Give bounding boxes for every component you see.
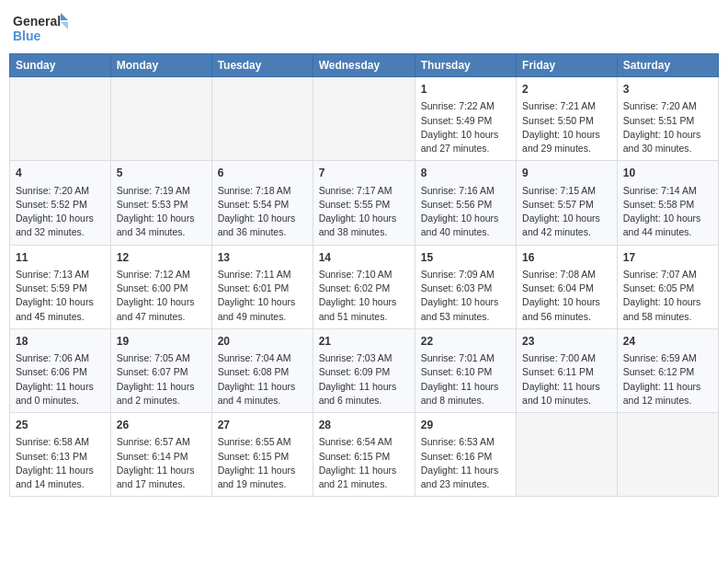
day-info: Sunrise: 7:13 AM Sunset: 5:59 PM Dayligh… — [16, 268, 105, 324]
calendar-header: SundayMondayTuesdayWednesdayThursdayFrid… — [10, 54, 719, 77]
day-cell — [517, 413, 618, 497]
day-cell: 24Sunrise: 6:59 AM Sunset: 6:12 PM Dayli… — [617, 328, 718, 412]
day-cell: 26Sunrise: 6:57 AM Sunset: 6:14 PM Dayli… — [110, 413, 211, 497]
svg-text:General: General — [13, 14, 61, 29]
day-number: 18 — [16, 334, 105, 350]
header-cell-wednesday: Wednesday — [313, 54, 415, 77]
day-info: Sunrise: 7:04 AM Sunset: 6:08 PM Dayligh… — [218, 351, 307, 408]
day-number: 27 — [218, 418, 307, 433]
day-cell — [10, 77, 111, 161]
day-number: 10 — [623, 166, 712, 181]
header-cell-thursday: Thursday — [415, 54, 516, 77]
day-number: 6 — [218, 166, 307, 181]
day-number: 13 — [218, 250, 307, 266]
day-number: 3 — [623, 82, 712, 98]
day-info: Sunrise: 7:01 AM Sunset: 6:10 PM Dayligh… — [421, 351, 510, 408]
day-number: 19 — [117, 334, 206, 350]
day-info: Sunrise: 7:07 AM Sunset: 6:05 PM Dayligh… — [623, 268, 712, 324]
day-number: 26 — [117, 418, 206, 433]
day-cell: 20Sunrise: 7:04 AM Sunset: 6:08 PM Dayli… — [211, 328, 313, 412]
day-cell: 8Sunrise: 7:16 AM Sunset: 5:56 PM Daylig… — [415, 161, 516, 245]
day-cell: 22Sunrise: 7:01 AM Sunset: 6:10 PM Dayli… — [415, 328, 516, 412]
day-number: 4 — [16, 166, 105, 181]
day-info: Sunrise: 7:14 AM Sunset: 5:58 PM Dayligh… — [623, 184, 712, 240]
header-cell-saturday: Saturday — [617, 54, 718, 77]
header-cell-tuesday: Tuesday — [211, 54, 313, 77]
day-info: Sunrise: 7:09 AM Sunset: 6:03 PM Dayligh… — [421, 268, 510, 324]
week-row-4: 18Sunrise: 7:06 AM Sunset: 6:06 PM Dayli… — [10, 328, 719, 412]
day-cell: 7Sunrise: 7:17 AM Sunset: 5:55 PM Daylig… — [313, 161, 415, 245]
day-cell: 2Sunrise: 7:21 AM Sunset: 5:50 PM Daylig… — [517, 77, 618, 161]
week-row-2: 4Sunrise: 7:20 AM Sunset: 5:52 PM Daylig… — [10, 161, 719, 245]
day-info: Sunrise: 7:20 AM Sunset: 5:52 PM Dayligh… — [16, 184, 105, 240]
day-number: 9 — [522, 166, 611, 181]
day-cell: 29Sunrise: 6:53 AM Sunset: 6:16 PM Dayli… — [415, 413, 516, 497]
calendar-body: 1Sunrise: 7:22 AM Sunset: 5:49 PM Daylig… — [10, 77, 719, 497]
day-number: 22 — [421, 334, 510, 350]
day-number: 24 — [623, 334, 712, 350]
day-cell: 12Sunrise: 7:12 AM Sunset: 6:00 PM Dayli… — [110, 245, 211, 328]
day-number: 25 — [16, 418, 105, 433]
svg-marker-2 — [61, 13, 68, 20]
day-number: 23 — [522, 334, 611, 350]
day-cell: 5Sunrise: 7:19 AM Sunset: 5:53 PM Daylig… — [110, 161, 211, 245]
day-number: 16 — [522, 250, 611, 266]
day-info: Sunrise: 6:57 AM Sunset: 6:14 PM Dayligh… — [117, 435, 206, 491]
week-row-1: 1Sunrise: 7:22 AM Sunset: 5:49 PM Daylig… — [10, 77, 719, 161]
day-number: 21 — [319, 334, 409, 350]
day-cell: 1Sunrise: 7:22 AM Sunset: 5:49 PM Daylig… — [415, 77, 516, 161]
day-cell — [313, 77, 415, 161]
day-info: Sunrise: 7:21 AM Sunset: 5:50 PM Dayligh… — [522, 99, 611, 155]
day-number: 5 — [117, 166, 206, 181]
day-cell: 25Sunrise: 6:58 AM Sunset: 6:13 PM Dayli… — [10, 413, 111, 497]
day-info: Sunrise: 6:58 AM Sunset: 6:13 PM Dayligh… — [16, 435, 105, 491]
day-number: 17 — [623, 250, 712, 266]
day-cell — [617, 413, 718, 497]
logo: General Blue — [13, 9, 68, 46]
day-info: Sunrise: 6:53 AM Sunset: 6:16 PM Dayligh… — [421, 435, 510, 491]
day-cell: 18Sunrise: 7:06 AM Sunset: 6:06 PM Dayli… — [10, 328, 111, 412]
svg-text:Blue: Blue — [13, 29, 41, 43]
day-cell: 16Sunrise: 7:08 AM Sunset: 6:04 PM Dayli… — [517, 245, 618, 328]
day-cell: 23Sunrise: 7:00 AM Sunset: 6:11 PM Dayli… — [517, 328, 618, 412]
day-cell: 15Sunrise: 7:09 AM Sunset: 6:03 PM Dayli… — [415, 245, 516, 328]
day-number: 2 — [522, 82, 611, 98]
day-number: 7 — [319, 166, 409, 181]
day-cell — [211, 77, 313, 161]
day-info: Sunrise: 7:00 AM Sunset: 6:11 PM Dayligh… — [522, 351, 611, 408]
day-info: Sunrise: 7:18 AM Sunset: 5:54 PM Dayligh… — [218, 184, 307, 240]
header-cell-friday: Friday — [517, 54, 618, 77]
day-cell: 27Sunrise: 6:55 AM Sunset: 6:15 PM Dayli… — [211, 413, 313, 497]
day-number: 14 — [319, 250, 409, 266]
day-info: Sunrise: 7:06 AM Sunset: 6:06 PM Dayligh… — [16, 351, 105, 408]
day-info: Sunrise: 7:03 AM Sunset: 6:09 PM Dayligh… — [319, 351, 409, 408]
day-cell: 3Sunrise: 7:20 AM Sunset: 5:51 PM Daylig… — [617, 77, 718, 161]
day-cell: 10Sunrise: 7:14 AM Sunset: 5:58 PM Dayli… — [617, 161, 718, 245]
day-info: Sunrise: 7:22 AM Sunset: 5:49 PM Dayligh… — [421, 99, 510, 155]
week-row-5: 25Sunrise: 6:58 AM Sunset: 6:13 PM Dayli… — [10, 413, 719, 497]
day-cell: 17Sunrise: 7:07 AM Sunset: 6:05 PM Dayli… — [617, 245, 718, 328]
day-info: Sunrise: 7:16 AM Sunset: 5:56 PM Dayligh… — [421, 184, 510, 240]
header-row: SundayMondayTuesdayWednesdayThursdayFrid… — [10, 54, 719, 77]
header-cell-monday: Monday — [110, 54, 211, 77]
day-number: 11 — [16, 250, 105, 266]
day-info: Sunrise: 7:05 AM Sunset: 6:07 PM Dayligh… — [117, 351, 206, 408]
day-info: Sunrise: 7:15 AM Sunset: 5:57 PM Dayligh… — [522, 184, 611, 240]
day-number: 28 — [319, 418, 409, 433]
header-cell-sunday: Sunday — [10, 54, 111, 77]
day-number: 8 — [421, 166, 510, 181]
day-number: 15 — [421, 250, 510, 266]
svg-marker-3 — [61, 22, 68, 29]
day-cell: 28Sunrise: 6:54 AM Sunset: 6:15 PM Dayli… — [313, 413, 415, 497]
day-cell: 13Sunrise: 7:11 AM Sunset: 6:01 PM Dayli… — [211, 245, 313, 328]
day-info: Sunrise: 7:19 AM Sunset: 5:53 PM Dayligh… — [117, 184, 206, 240]
day-info: Sunrise: 6:54 AM Sunset: 6:15 PM Dayligh… — [319, 435, 409, 491]
day-info: Sunrise: 7:10 AM Sunset: 6:02 PM Dayligh… — [319, 268, 409, 324]
day-cell: 11Sunrise: 7:13 AM Sunset: 5:59 PM Dayli… — [10, 245, 111, 328]
header: General Blue — [9, 9, 719, 46]
day-info: Sunrise: 7:17 AM Sunset: 5:55 PM Dayligh… — [319, 184, 409, 240]
day-cell: 21Sunrise: 7:03 AM Sunset: 6:09 PM Dayli… — [313, 328, 415, 412]
day-info: Sunrise: 6:59 AM Sunset: 6:12 PM Dayligh… — [623, 351, 712, 408]
day-number: 20 — [218, 334, 307, 350]
calendar-table: SundayMondayTuesdayWednesdayThursdayFrid… — [9, 53, 719, 497]
